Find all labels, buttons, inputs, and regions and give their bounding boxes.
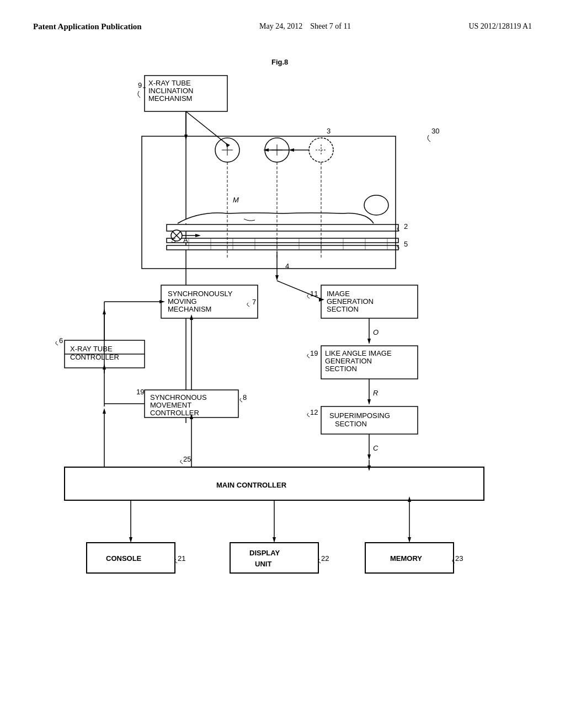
arrowhead-4 (275, 275, 279, 281)
arrowhead-top-rect (184, 135, 188, 140)
curve-9 (138, 91, 140, 98)
console-label: CONSOLE (106, 554, 142, 563)
label-s: S (171, 236, 176, 244)
xray-tube-inclination-label: X-RAY TUBE (148, 79, 191, 87)
detector-top (167, 238, 398, 243)
label-21: 21 (178, 554, 185, 563)
curve-12 (307, 413, 310, 417)
diagram-svg: Fig.8 X-RAY TUBE INCLINATION MECHANISM 9… (33, 48, 532, 682)
superimposing-label1: SUPERIMPOSING (329, 411, 390, 420)
curve-6 (56, 341, 58, 345)
display-label1: DISPLAY (249, 549, 280, 557)
curve-19 (307, 354, 310, 358)
label-8: 8 (243, 393, 247, 402)
like-angle-label2: GENERATION (325, 357, 372, 365)
curve-11 (307, 295, 310, 298)
patient-head (364, 195, 388, 215)
arrowhead-display (273, 537, 276, 543)
page: Patent Application Publication May 24, 2… (0, 0, 565, 728)
header-date: May 24, 2012 (259, 22, 302, 30)
header-right: US 2012/128119 A1 (468, 22, 532, 31)
header: Patent Application Publication May 24, 2… (33, 22, 532, 31)
table-surface (167, 224, 398, 231)
fig-title: Fig.8 (271, 58, 288, 66)
label-9: 9 (138, 81, 142, 89)
label-a: A (183, 236, 188, 244)
label-22: 22 (321, 554, 329, 563)
curve-30 (428, 135, 430, 142)
sync-moving-label3: MECHANISM (168, 305, 211, 313)
arrowhead-o (367, 339, 371, 344)
sync-moving-label2: MOVING (168, 297, 197, 306)
curve-8 (240, 398, 242, 402)
arrowhead-r (367, 399, 371, 405)
header-center: May 24, 2012 Sheet 7 of 11 (259, 22, 351, 31)
label-30: 30 (431, 127, 439, 135)
label-m: M (233, 196, 239, 204)
arrowhead-console (129, 537, 132, 543)
label-12: 12 (310, 408, 318, 416)
detector-bottom (167, 245, 398, 250)
like-angle-label3: SECTION (325, 365, 357, 373)
sync-moving-label1: SYNCHRONOUSLY (168, 290, 233, 298)
label-c: C (373, 444, 379, 452)
memory-label: MEMORY (390, 554, 422, 563)
label-7: 7 (252, 298, 256, 306)
arrowhead-main-xray (103, 408, 106, 414)
display-label2: UNIT (255, 560, 271, 568)
xray-tube-inclination-label3: MECHANISM (148, 94, 192, 103)
sync-ctrl-label2: MOVEMENT (150, 401, 191, 409)
label-19: 19 (310, 349, 318, 357)
label-6: 6 (59, 336, 63, 345)
main-controller-label: MAIN CONTROLLER (216, 481, 287, 489)
label-r: R (373, 389, 378, 397)
display-box (230, 543, 318, 573)
label-19b: 19 (136, 388, 144, 396)
label-25: 25 (183, 455, 191, 463)
arrow-incl-to-tube (186, 111, 227, 144)
superimposing-label2: SECTION (335, 420, 367, 428)
like-angle-label1: LIKE ANGLE IMAGE (325, 349, 392, 357)
xray-controller-label1: X-RAY TUBE (70, 345, 113, 353)
patient-body (178, 213, 374, 223)
label-11: 11 (310, 290, 318, 298)
header-sheet: Sheet 7 of 11 (310, 22, 351, 30)
xray-tube-inclination-label2: INCLINATION (148, 87, 193, 95)
label-3: 3 (327, 127, 331, 135)
label-o: O (373, 328, 379, 336)
diagram-area: Fig.8 X-RAY TUBE INCLINATION MECHANISM 9… (33, 48, 532, 682)
arrowhead-c (367, 454, 371, 460)
image-gen-label3: SECTION (327, 305, 359, 313)
label-2: 2 (404, 222, 408, 231)
header-left: Patent Application Publication (33, 22, 142, 31)
label-23: 23 (455, 554, 463, 563)
image-gen-label1: IMAGE (327, 290, 350, 298)
arrowhead-a (195, 234, 201, 237)
curve-25 (180, 460, 183, 464)
image-gen-label2: GENERATION (327, 297, 374, 306)
label-5: 5 (404, 240, 408, 248)
arrowhead-memory-down (408, 537, 411, 543)
sync-ctrl-label1: SYNCHRONOUS (150, 393, 207, 402)
